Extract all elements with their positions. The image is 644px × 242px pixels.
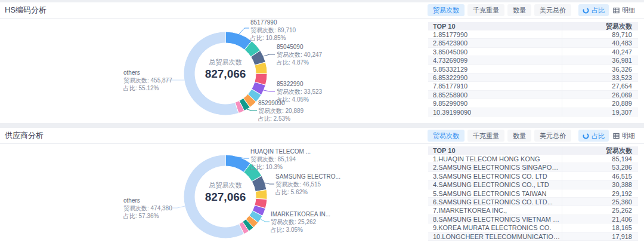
metric-button[interactable]: 数量 <box>507 4 531 16</box>
table-row[interactable]: 7.8517791027,654 <box>428 82 638 90</box>
table-row[interactable]: 5.8533212936,326 <box>428 65 638 73</box>
table-row[interactable]: 6.SAMSUNG ELECTRONICS CO. LTD...25,360 <box>428 198 638 206</box>
callout-line: 贸易次数: 455,877 <box>123 76 172 84</box>
view-detail-label: 明细 <box>622 130 635 142</box>
row-name: 9.85299090 <box>428 99 562 107</box>
table-row[interactable]: 10.3919909019,307 <box>428 108 638 117</box>
callout-line: 占比: 2.53% <box>258 115 304 122</box>
row-name: 8.85258900 <box>428 91 562 99</box>
callout-line: 占比: 4.87% <box>277 59 322 66</box>
callout-name: IMARKETKOREA IN... <box>271 210 330 218</box>
table-row[interactable]: 7.IMARKETKOREA INC.,25,262 <box>428 206 638 215</box>
chart-callout: 85299090贸易次数: 20,889占比: 2.53% <box>258 99 304 122</box>
metric-button[interactable]: 美元总价 <box>534 4 571 16</box>
callout-line: 贸易次数: 46,515 <box>275 180 340 188</box>
table-row[interactable]: 4.SAMSUNG ELECTRONICS CO., LTD30,388 <box>428 180 638 189</box>
donut-segment[interactable] <box>184 32 239 115</box>
metric-button-group: 贸易次数千克重量数量美元总价 <box>425 4 571 16</box>
callout-line: 贸易次数: 33,523 <box>277 88 322 96</box>
table-row[interactable]: 5.SAMSUNG ELECTRONICS TAIWAN29,192 <box>428 189 638 198</box>
section-content: 总贸易次数 827,066 TOP 10 贸易次数 1.8517799089,7… <box>0 19 644 121</box>
row-name: 6.SAMSUNG ELECTRONICS CO. LTD... <box>428 198 562 206</box>
callout-leader-line <box>239 28 249 34</box>
callout-line: 贸易次数: 85,194 <box>250 155 311 163</box>
table-row[interactable]: 3.SAMSUNG ELECTRONICS CO. LTD46,515 <box>428 172 638 180</box>
table-header-top10: TOP 10 <box>428 146 562 155</box>
row-value: 21,406 <box>562 215 638 223</box>
metric-button[interactable]: 千克重量 <box>467 4 504 16</box>
row-value: 27,654 <box>562 82 638 90</box>
supplier-donut-chart[interactable] <box>0 144 417 241</box>
hs-code-donut-chart[interactable] <box>0 19 417 121</box>
table-row[interactable]: 2.8542390040,483 <box>428 39 638 47</box>
section-header: 供应商分析 贸易次数千克重量数量美元总价 占比 明细 <box>0 128 644 144</box>
table-row[interactable]: 2.SAMSUNG ELECTRONICS SINGAPORE PTE. LTD… <box>428 163 638 171</box>
callout-line: 贸易次数: 40,247 <box>277 51 322 59</box>
table-row[interactable]: 10.LONGCHEER TELECOMMUNICATION (H.K.)17,… <box>428 232 638 241</box>
callout-leader-line <box>261 219 270 222</box>
callout-line: 占比: 3.05% <box>271 226 330 234</box>
row-value: 20,889 <box>562 99 638 107</box>
row-name: 3.SAMSUNG ELECTRONICS CO. LTD <box>428 172 562 180</box>
top10-table: TOP 10 贸易次数 1.HUAQIN TELECOM HONG KONG85… <box>428 146 638 241</box>
row-value: 40,483 <box>562 39 638 47</box>
metric-button[interactable]: 美元总价 <box>534 130 571 142</box>
table-header-trade-count: 贸易次数 <box>562 22 638 30</box>
callout-line: 贸易次数: 25,262 <box>271 218 330 226</box>
callout-line: 贸易次数: 89,710 <box>250 26 296 34</box>
table-row[interactable]: 9.8529909020,889 <box>428 99 638 108</box>
metric-button[interactable]: 贸易次数 <box>428 4 465 16</box>
table-header-row: TOP 10 贸易次数 <box>428 146 638 155</box>
row-name: 10.39199090 <box>428 108 562 116</box>
row-value: 18,165 <box>562 223 638 231</box>
metric-button[interactable]: 贸易次数 <box>428 130 465 142</box>
metric-toolbar: 贸易次数千克重量数量美元总价 占比 明细 <box>425 4 639 16</box>
table-row[interactable]: 6.8532299033,523 <box>428 73 638 82</box>
row-name: 4.SAMSUNG ELECTRONICS CO., LTD <box>428 180 562 188</box>
callout-line: 贸易次数: 474,380 <box>123 204 172 212</box>
callout-line: 占比: 57.36% <box>123 212 172 220</box>
view-detail-button[interactable]: 明细 <box>609 130 639 142</box>
row-name: 8.SAMSUNG ELECTRONICS VIETNAM THAI NG <box>428 215 562 223</box>
row-name: 1.HUAQIN TELECOM HONG KONG <box>428 155 562 163</box>
table-row[interactable]: 9.KOREA MURATA ELECTRONICS CO.18,165 <box>428 223 638 232</box>
row-name: 10.LONGCHEER TELECOMMUNICATION (H.K.) <box>428 232 562 240</box>
row-value: 53,286 <box>562 163 638 171</box>
donut-ratio-icon <box>583 7 589 14</box>
top10-table: TOP 10 贸易次数 1.8517799089,7102.8542390040… <box>428 22 638 117</box>
row-value: 29,192 <box>562 189 638 197</box>
table-row[interactable]: 3.8504509040,247 <box>428 48 638 56</box>
row-name: 4.73269099 <box>428 56 562 64</box>
callout-leader-line <box>264 90 275 91</box>
row-name: 7.85177910 <box>428 82 562 90</box>
row-value: 33,523 <box>562 73 638 81</box>
view-detail-button[interactable]: 明细 <box>609 4 639 16</box>
row-value: 25,262 <box>562 206 638 214</box>
table-body: 1.8517799089,7102.8542390040,4833.850450… <box>428 30 638 117</box>
callout-leader-line <box>247 109 257 111</box>
chart-callout: 85045090贸易次数: 40,247占比: 4.87% <box>277 43 322 66</box>
metric-button[interactable]: 千克重量 <box>467 130 504 142</box>
table-row[interactable]: 1.8517799089,710 <box>428 30 638 39</box>
callout-name: SAMSUNG ELECTRO... <box>275 173 340 180</box>
table-row[interactable]: 8.8525890026,069 <box>428 91 638 99</box>
table-row[interactable]: 8.SAMSUNG ELECTRONICS VIETNAM THAI NG21,… <box>428 215 638 223</box>
row-name: 9.KOREA MURATA ELECTRONICS CO. <box>428 223 562 231</box>
view-ratio-label: 占比 <box>592 130 605 142</box>
donut-segment[interactable] <box>255 189 267 199</box>
section-title: HS编码分析 <box>5 5 47 16</box>
row-name: 6.85322990 <box>428 73 562 81</box>
table-row[interactable]: 4.7326909936,981 <box>428 56 638 65</box>
view-ratio-button[interactable]: 占比 <box>578 4 609 16</box>
view-ratio-button[interactable]: 占比 <box>578 130 609 142</box>
row-value: 89,710 <box>562 30 638 38</box>
row-value: 17,918 <box>562 232 638 240</box>
row-name: 2.85423900 <box>428 39 562 47</box>
table-header-trade-count: 贸易次数 <box>562 146 638 155</box>
chart-callout: SAMSUNG ELECTRO...贸易次数: 46,515占比: 5.62% <box>275 173 340 196</box>
row-value: 30,388 <box>562 180 638 188</box>
table-row[interactable]: 1.HUAQIN TELECOM HONG KONG85,194 <box>428 155 638 163</box>
metric-toolbar: 贸易次数千克重量数量美元总价 占比 明细 <box>425 130 639 142</box>
metric-button-group: 贸易次数千克重量数量美元总价 <box>425 130 571 142</box>
metric-button[interactable]: 数量 <box>507 130 531 142</box>
